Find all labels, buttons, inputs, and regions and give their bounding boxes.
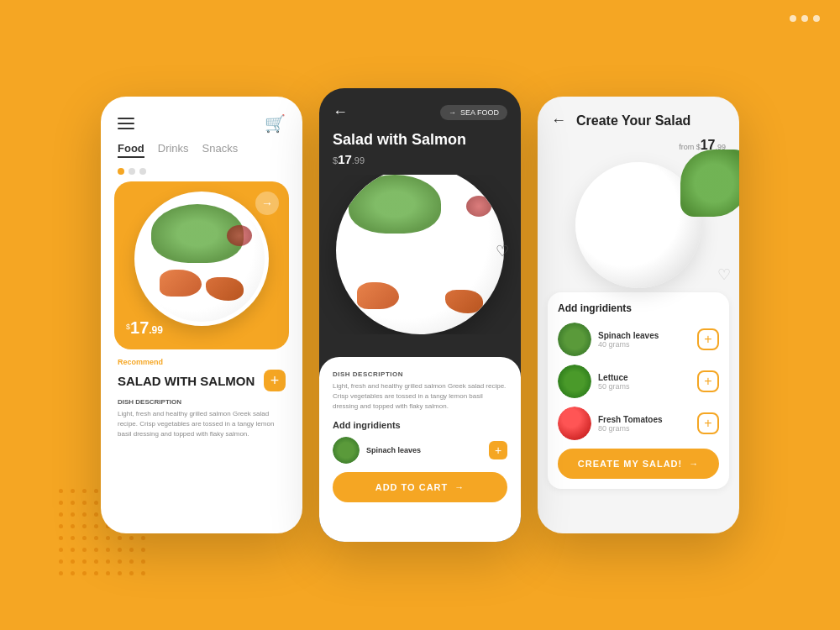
- phone2-header: ← → SEA FOOD: [319, 88, 521, 131]
- salmon2: [206, 277, 244, 301]
- desc-text: Light, fresh and healthy grilled salmon …: [333, 381, 507, 412]
- salmon1: [357, 282, 399, 309]
- phone3-header: ← Create Your Salad: [538, 97, 739, 138]
- spinach-image: [333, 437, 360, 464]
- phone3-title: Create Your Salad: [576, 113, 690, 129]
- phone1-header: 🛒: [101, 97, 302, 142]
- tomato-grams: 80 grams: [598, 424, 690, 433]
- ingredients-label: Add ingridients: [333, 420, 507, 430]
- create-salad-label: CREATE MY SALAD!: [578, 459, 682, 469]
- tomato-info: Fresh Tomatoes 80 grams: [598, 415, 690, 433]
- spinach-grams: 40 grams: [598, 340, 690, 349]
- lettuce-grams: 50 grams: [598, 382, 690, 391]
- spinach-image: [558, 323, 591, 356]
- add-tomatoes-button[interactable]: +: [697, 412, 719, 434]
- add-to-cart-label: ADD TO CART: [375, 482, 449, 492]
- ingredient-tomatoes: Fresh Tomatoes 80 grams +: [558, 407, 719, 440]
- phone2-plate: [336, 175, 504, 334]
- lettuce-image: [558, 365, 591, 398]
- card-arrow[interactable]: →: [255, 192, 279, 215]
- add-to-cart-button[interactable]: +: [264, 370, 286, 391]
- indicator-3: [139, 168, 146, 175]
- phone2-image-area: ♡: [319, 175, 521, 334]
- add-lettuce-button[interactable]: +: [697, 370, 719, 392]
- cart-icon[interactable]: 🛒: [265, 113, 286, 134]
- hamburger-menu-icon[interactable]: [118, 118, 134, 129]
- lettuce-name: Lettuce: [598, 373, 690, 382]
- salmon1: [160, 270, 202, 297]
- spinach-name: Spinach leaves: [366, 446, 421, 454]
- phone2-bottom-sheet: DISH DESCRIPTION Light, fresh and health…: [319, 357, 521, 542]
- tab-food[interactable]: Food: [118, 142, 144, 158]
- dish-title-row: SALAD WITH SALMON +: [118, 370, 286, 391]
- phone2-price: $17.99: [319, 152, 521, 175]
- salmon2: [445, 290, 483, 313]
- phone1-tabs: Food Drinks Snacks: [101, 142, 302, 165]
- phone-2-dark-detail: ← → SEA FOOD Salad with Salmon $17.99 ♡: [319, 88, 521, 542]
- ingredients-section: Add ingridients Spinach leaves +: [333, 420, 507, 464]
- desc-label: DISH DESCRIPTION: [333, 370, 507, 378]
- phone3-back-button[interactable]: ←: [551, 112, 566, 129]
- phone3-plate-area: ♡: [538, 158, 739, 292]
- tomato-name: Fresh Tomatoes: [598, 415, 690, 424]
- tomato-image: [558, 407, 591, 440]
- add-spinach-button[interactable]: +: [489, 441, 507, 459]
- seafood-label: SEA FOOD: [460, 108, 499, 117]
- heart-icon[interactable]: ♡: [496, 242, 509, 260]
- dish-desc-section: DISH DESCRIPTION Light, fresh and health…: [333, 370, 507, 412]
- dot-2: [801, 15, 808, 22]
- ingredient-lettuce: Lettuce 50 grams +: [558, 365, 719, 398]
- heart-icon[interactable]: ♡: [717, 265, 731, 284]
- phone-1-food-list: 🛒 Food Drinks Snacks →: [101, 97, 302, 533]
- dot-3: [813, 15, 820, 22]
- indicator-2: [129, 168, 135, 175]
- seafood-badge: → SEA FOOD: [440, 105, 507, 120]
- phone-3-create-salad: ← Create Your Salad from $17.99 ♡ Add in…: [538, 97, 739, 533]
- create-arrow-icon: →: [689, 459, 699, 469]
- add-spinach-button[interactable]: +: [697, 328, 719, 350]
- top-dots: [790, 15, 820, 22]
- reds-decoration: [466, 196, 491, 217]
- spinach-name: Spinach leaves: [598, 331, 690, 340]
- spinach-info: Spinach leaves 40 grams: [598, 331, 690, 349]
- cart-arrow-icon: →: [454, 482, 465, 492]
- card-price: $17.99: [126, 318, 163, 338]
- dot-1: [790, 15, 796, 22]
- phones-container: 🛒 Food Drinks Snacks →: [101, 88, 739, 542]
- dish-desc-label: DISH DESCRIPTION: [118, 398, 286, 406]
- tab-snacks[interactable]: Snacks: [202, 142, 239, 158]
- carousel-indicators: [101, 165, 302, 181]
- ingredient-spinach-row: Spinach leaves +: [333, 437, 507, 464]
- phone2-dish-title: Salad with Salmon: [319, 131, 521, 152]
- seafood-arrow: →: [449, 108, 456, 117]
- reds-decoration: [227, 225, 252, 246]
- lettuce-decoration: [680, 150, 739, 217]
- dish-desc-text: Light, fresh and healthy grilled salmon …: [118, 409, 286, 439]
- ingredients-card: Add ingridients Spinach leaves 40 grams …: [548, 292, 729, 489]
- greens-decoration: [349, 175, 441, 234]
- recommend-label: Recommend: [118, 358, 286, 366]
- create-salad-button[interactable]: CREATE MY SALAD! →: [558, 449, 719, 479]
- dish-card[interactable]: → $17.99: [114, 181, 289, 349]
- tab-drinks[interactable]: Drinks: [158, 142, 189, 158]
- back-button[interactable]: ←: [333, 103, 348, 121]
- add-to-cart-button[interactable]: ADD TO CART →: [333, 472, 507, 502]
- dish-image: [134, 192, 269, 326]
- ingredients-title: Add ingridients: [558, 302, 719, 314]
- plate: [139, 196, 265, 322]
- phone1-content: Recommend SALAD WITH SALMON + DISH DESCR…: [101, 349, 302, 448]
- dish-title: SALAD WITH SALMON: [118, 374, 255, 388]
- indicator-1: [118, 168, 124, 175]
- ingredient-spinach: Spinach leaves 40 grams +: [558, 323, 719, 356]
- lettuce-info: Lettuce 50 grams: [598, 373, 690, 391]
